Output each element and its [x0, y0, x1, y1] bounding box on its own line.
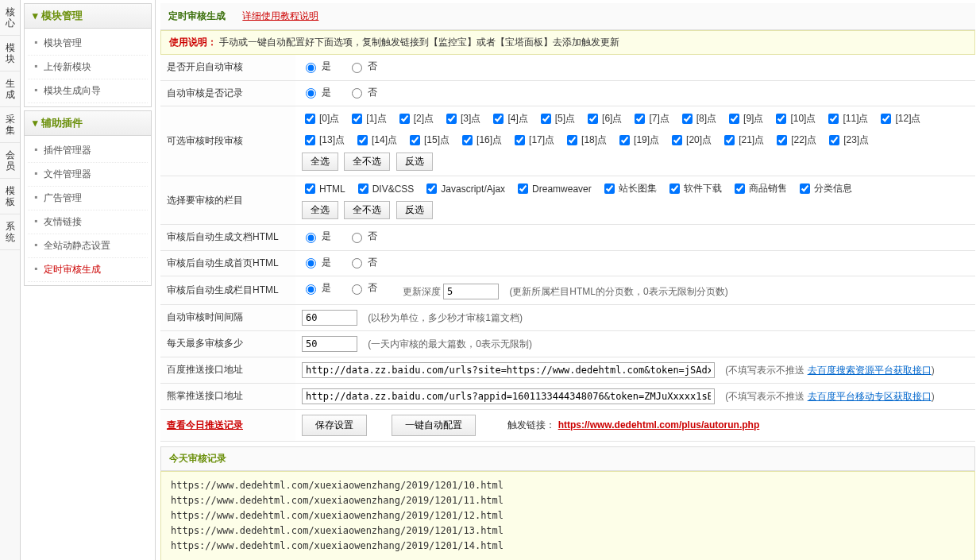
- enable-no-radio[interactable]: [352, 63, 362, 73]
- hours-select-invert-button[interactable]: 反选: [396, 153, 433, 171]
- sidebar-item[interactable]: 定时审核生成: [28, 258, 148, 282]
- left-tab[interactable]: 会员: [0, 143, 20, 179]
- category-checkbox[interactable]: [426, 183, 437, 194]
- hour-option[interactable]: [4]点: [490, 111, 527, 126]
- hour-checkbox[interactable]: [567, 135, 577, 145]
- hour-checkbox[interactable]: [305, 114, 315, 124]
- view-today-link[interactable]: 查看今日推送记录: [167, 419, 243, 431]
- hour-checkbox[interactable]: [635, 114, 645, 124]
- hour-checkbox[interactable]: [776, 114, 786, 124]
- hour-checkbox[interactable]: [541, 114, 551, 124]
- hour-checkbox[interactable]: [724, 135, 735, 145]
- hour-option[interactable]: [7]点: [631, 111, 669, 126]
- sidebar-group-title-plugins[interactable]: 辅助插件: [25, 111, 151, 136]
- enable-yes-radio[interactable]: [306, 63, 316, 73]
- hour-option[interactable]: [8]点: [679, 111, 716, 126]
- auto-config-button[interactable]: 一键自动配置: [392, 415, 476, 436]
- hour-checkbox[interactable]: [399, 114, 410, 124]
- hour-option[interactable]: [13]点: [302, 133, 345, 148]
- hour-checkbox[interactable]: [515, 135, 525, 145]
- hour-option[interactable]: [20]点: [669, 133, 712, 148]
- hour-checkbox[interactable]: [829, 135, 839, 145]
- hour-option[interactable]: [9]点: [726, 111, 763, 126]
- category-option[interactable]: 商品销售: [731, 181, 787, 196]
- record-no[interactable]: 否: [348, 86, 377, 99]
- sidebar-item[interactable]: 全站动静态设置: [28, 234, 148, 258]
- left-tab[interactable]: 核心: [0, 0, 20, 36]
- category-option[interactable]: 站长图集: [601, 181, 657, 196]
- category-checkbox[interactable]: [518, 183, 528, 194]
- hour-option[interactable]: [10]点: [773, 111, 816, 126]
- left-tab[interactable]: 生成: [0, 71, 20, 107]
- gen-list-no[interactable]: 否: [348, 281, 377, 295]
- hour-option[interactable]: [19]点: [616, 133, 659, 148]
- cols-select-none-button[interactable]: 全不选: [344, 201, 390, 219]
- gen-doc-no[interactable]: 否: [348, 230, 377, 243]
- hour-checkbox[interactable]: [352, 114, 362, 124]
- category-checkbox[interactable]: [305, 183, 315, 194]
- hour-option[interactable]: [2]点: [396, 111, 434, 126]
- hour-checkbox[interactable]: [729, 114, 739, 124]
- hour-checkbox[interactable]: [446, 114, 457, 124]
- record-yes[interactable]: 是: [302, 86, 331, 99]
- save-button[interactable]: 保存设置: [302, 415, 367, 436]
- record-yes-radio[interactable]: [306, 88, 316, 98]
- hour-option[interactable]: [22]点: [774, 133, 816, 148]
- left-tab[interactable]: 系统: [0, 214, 20, 250]
- category-checkbox[interactable]: [358, 183, 368, 194]
- bear-url-input[interactable]: [302, 388, 715, 404]
- hour-checkbox[interactable]: [682, 114, 693, 124]
- hour-checkbox[interactable]: [588, 114, 598, 124]
- sidebar-item[interactable]: 模块生成向导: [28, 79, 148, 103]
- hours-select-all-button[interactable]: 全选: [302, 153, 338, 171]
- cols-select-invert-button[interactable]: 反选: [396, 201, 433, 219]
- sidebar-item[interactable]: 上传新模块: [28, 56, 148, 79]
- hour-checkbox[interactable]: [672, 135, 682, 145]
- hour-checkbox[interactable]: [410, 135, 420, 145]
- hour-checkbox[interactable]: [493, 114, 504, 124]
- enable-yes[interactable]: 是: [302, 60, 331, 73]
- hour-option[interactable]: [3]点: [443, 111, 480, 126]
- hour-option[interactable]: [0]点: [302, 111, 339, 126]
- sidebar-item[interactable]: 模块管理: [28, 32, 148, 56]
- record-no-radio[interactable]: [352, 88, 362, 98]
- enable-no[interactable]: 否: [348, 60, 377, 73]
- category-checkbox[interactable]: [735, 183, 745, 194]
- hour-option[interactable]: [18]点: [564, 133, 607, 148]
- hour-checkbox[interactable]: [828, 114, 839, 124]
- sidebar-item[interactable]: 友情链接: [28, 210, 148, 234]
- left-tab[interactable]: 模块: [0, 36, 20, 71]
- hour-option[interactable]: [11]点: [825, 111, 868, 126]
- sidebar-item[interactable]: 广告管理: [28, 187, 148, 210]
- category-option[interactable]: 分类信息: [797, 181, 852, 196]
- category-option[interactable]: Javascript/Ajax: [423, 181, 505, 196]
- baidu-url-input[interactable]: [302, 362, 715, 378]
- hour-checkbox[interactable]: [777, 135, 787, 145]
- gen-index-no[interactable]: 否: [348, 256, 377, 269]
- sidebar-group-title-modules[interactable]: 模块管理: [25, 4, 151, 29]
- category-checkbox[interactable]: [669, 183, 680, 194]
- hour-option[interactable]: [1]点: [349, 111, 386, 126]
- hour-option[interactable]: [14]点: [354, 133, 397, 148]
- hour-checkbox[interactable]: [357, 135, 368, 145]
- update-depth-input[interactable]: [443, 284, 499, 299]
- gen-index-yes[interactable]: 是: [302, 256, 331, 269]
- hour-option[interactable]: [23]点: [826, 133, 869, 148]
- interval-input[interactable]: [302, 310, 357, 326]
- hour-checkbox[interactable]: [305, 135, 315, 145]
- trigger-link[interactable]: https://www.dedehtml.com/plus/autorun.ph…: [558, 419, 760, 431]
- max-per-day-input[interactable]: [302, 336, 357, 352]
- category-checkbox[interactable]: [604, 183, 615, 194]
- category-checkbox[interactable]: [800, 183, 810, 194]
- bear-platform-link[interactable]: 去百度平台移动专区获取接口: [808, 391, 932, 402]
- hour-checkbox[interactable]: [462, 135, 473, 145]
- gen-doc-yes[interactable]: 是: [302, 230, 331, 243]
- category-option[interactable]: DIV&CSS: [355, 181, 415, 196]
- hour-checkbox[interactable]: [619, 135, 630, 145]
- hour-option[interactable]: [6]点: [585, 111, 622, 126]
- baidu-platform-link[interactable]: 去百度搜索资源平台获取接口: [808, 365, 932, 376]
- hour-option[interactable]: [12]点: [878, 111, 920, 126]
- hour-option[interactable]: [17]点: [511, 133, 554, 148]
- hour-checkbox[interactable]: [881, 114, 891, 124]
- hour-option[interactable]: [21]点: [721, 133, 764, 148]
